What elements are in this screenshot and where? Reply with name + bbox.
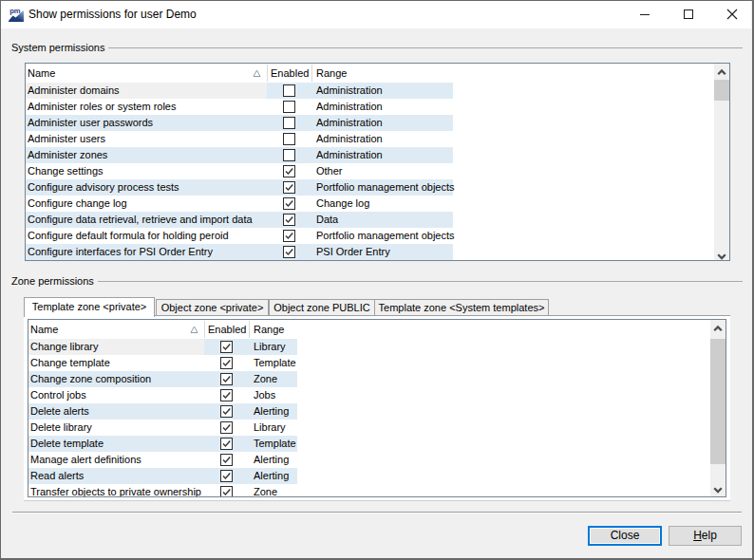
svg-text:pm: pm: [9, 7, 21, 15]
